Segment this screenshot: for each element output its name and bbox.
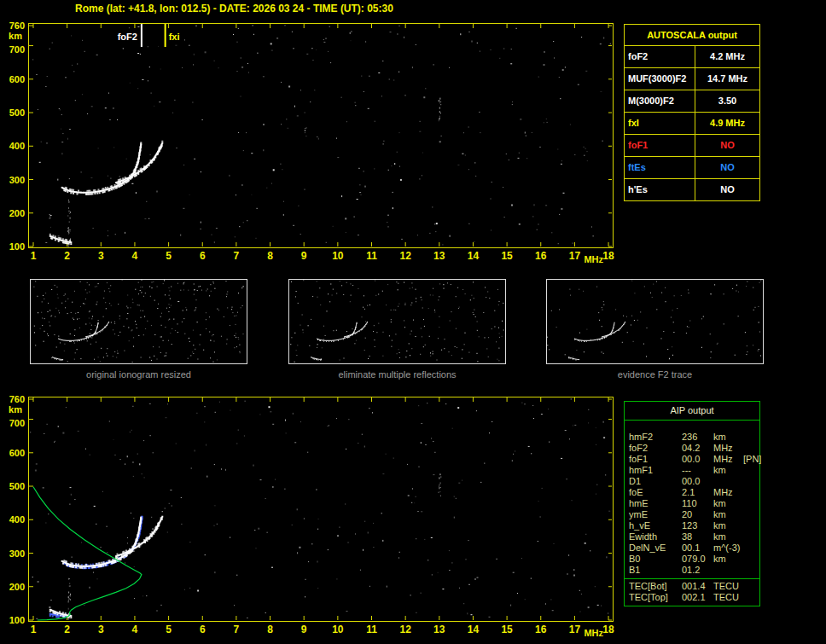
x-tick-label: 5 xyxy=(166,250,172,262)
parameter-value: 14.7 MHz xyxy=(695,68,759,90)
parameter-note xyxy=(743,476,759,487)
y-tick-label: 760 xyxy=(9,20,25,31)
parameter-note: [PN] xyxy=(743,454,761,465)
parameter-value: 38 xyxy=(682,531,713,542)
aip-row-hmf1: hmF1---km xyxy=(629,465,759,476)
parameter-unit: km xyxy=(713,531,743,542)
parameter-value: 236 xyxy=(682,432,713,443)
parameter-note xyxy=(743,465,759,476)
x-tick-label: 1 xyxy=(31,624,37,635)
x-tick-label: 14 xyxy=(468,624,480,635)
x-tick-label: 8 xyxy=(267,250,273,262)
parameter-label: TEC[Top] xyxy=(629,592,682,603)
aip-table-title: AIP output xyxy=(625,402,759,421)
thumbnail-eliminate-reflections xyxy=(288,279,506,364)
y-tick-label: 500 xyxy=(9,107,25,118)
parameter-value: NO xyxy=(695,135,759,156)
x-tick-label: 13 xyxy=(433,250,445,262)
x-tick-label: 15 xyxy=(501,250,513,262)
autoscala-table-title: AUTOSCALA output xyxy=(625,25,759,45)
parameter-label: foE xyxy=(629,487,682,498)
autoscala-row-hes: h'EsNO xyxy=(625,178,759,200)
x-tick-label: 9 xyxy=(301,250,307,262)
parameter-value: 20 xyxy=(682,509,713,520)
x-tick-label: 12 xyxy=(399,250,411,262)
series-restored-trace xyxy=(63,516,143,570)
parameter-label: hmF2 xyxy=(629,432,682,443)
aip-row-d1: D100.0 xyxy=(629,476,759,487)
x-tick-label: 13 xyxy=(433,624,445,635)
y-axis-unit: km xyxy=(9,31,22,41)
aip-row-fof1: foF100.0MHz[PN] xyxy=(629,454,759,465)
x-tick-label: 11 xyxy=(366,624,377,635)
parameter-label: foF1 xyxy=(625,135,695,156)
parameter-value: 079.0 xyxy=(682,554,713,565)
autoscala-row-fof1: foF1NO xyxy=(625,134,759,156)
x-tick-label: 17 xyxy=(569,250,581,262)
parameter-label: D1 xyxy=(629,476,682,487)
parameter-label: MUF(3000)F2 xyxy=(625,68,695,90)
parameter-unit xyxy=(713,565,743,576)
x-tick-label: 7 xyxy=(234,624,240,635)
parameter-unit: m^(-3) xyxy=(713,542,743,554)
parameter-note xyxy=(743,554,759,565)
thumbnail-caption-evidence: evidence F2 trace xyxy=(546,369,764,380)
thumbnail-evidence-f2-trace xyxy=(546,279,764,364)
series-E-region-echoes xyxy=(49,234,73,245)
y-tick-label: 200 xyxy=(9,582,25,592)
parameter-value: 01.2 xyxy=(682,565,713,576)
y-tick-label: 400 xyxy=(9,141,25,151)
parameter-note xyxy=(743,498,759,509)
x-tick-label: 2 xyxy=(64,250,70,262)
parameter-label: TEC[Bot] xyxy=(629,581,682,592)
series-F2-trace-ordinary xyxy=(61,142,143,195)
x-tick-label: 9 xyxy=(301,624,307,635)
marker-label-fxi: fxi xyxy=(169,32,180,42)
series-F2-trace-extraordinary xyxy=(115,141,163,185)
parameter-unit: MHz xyxy=(713,454,743,465)
parameter-label: B1 xyxy=(629,565,682,576)
y-axis-unit: km xyxy=(9,404,22,415)
thumbnail-caption-eliminate: eliminate multiple reflections xyxy=(288,369,506,380)
y-tick-label: 100 xyxy=(9,241,25,252)
parameter-label: foF1 xyxy=(629,454,682,465)
parameter-label: Ewidth xyxy=(629,531,682,542)
parameter-label: hmF1 xyxy=(629,465,682,476)
parameter-value: 4.2 MHz xyxy=(695,46,759,67)
x-tick-label: 17 xyxy=(569,624,581,635)
aip-tec-section: TEC[Bot]001.4TECUTEC[Top]002.1TECU xyxy=(625,578,759,603)
y-tick-label: 500 xyxy=(9,481,25,491)
parameter-note xyxy=(743,509,759,520)
parameter-unit: km xyxy=(713,520,743,531)
parameter-value: 123 xyxy=(682,520,713,531)
page-title: Rome (lat: +41.8, lon: 012.5) - DATE: 20… xyxy=(75,3,393,15)
x-tick-label: 6 xyxy=(200,250,206,262)
parameter-note xyxy=(743,487,759,498)
aip-row-hmf2: hmF2236km xyxy=(629,432,759,443)
parameter-value: NO xyxy=(695,157,759,178)
y-tick-label: 760 xyxy=(9,394,25,404)
parameter-value: 00.0 xyxy=(682,476,713,487)
parameter-value: 3.50 xyxy=(695,90,759,112)
parameter-value: 04.2 xyxy=(682,443,713,454)
aip-row-tecbot: TEC[Bot]001.4TECU xyxy=(629,581,759,592)
aip-table-body: hmF2236kmfoF204.2MHzfoF100.0MHz[PN]hmF1-… xyxy=(625,432,759,576)
y-tick-label: 400 xyxy=(9,514,25,525)
parameter-unit: TECU xyxy=(713,581,759,592)
thumbnail-original-ionogram xyxy=(30,279,247,364)
x-tick-label: 2 xyxy=(64,624,70,635)
parameter-unit: MHz xyxy=(713,487,743,498)
x-tick-label: 12 xyxy=(399,624,411,635)
x-tick-label: 18 xyxy=(602,250,614,262)
aip-row-b1: B101.2 xyxy=(629,565,759,576)
x-tick-label: 5 xyxy=(166,624,172,635)
aip-row-yme: ymE20km xyxy=(629,509,759,520)
x-tick-label: 10 xyxy=(332,624,344,635)
x-tick-label: 10 xyxy=(332,250,344,262)
parameter-value: 00.0 xyxy=(682,454,713,465)
x-tick-label: 7 xyxy=(234,250,240,262)
parameter-label: DelN_vE xyxy=(629,542,682,554)
parameter-value: 110 xyxy=(682,498,713,509)
parameter-label: fxI xyxy=(625,113,695,134)
y-tick-label: 600 xyxy=(9,74,25,84)
